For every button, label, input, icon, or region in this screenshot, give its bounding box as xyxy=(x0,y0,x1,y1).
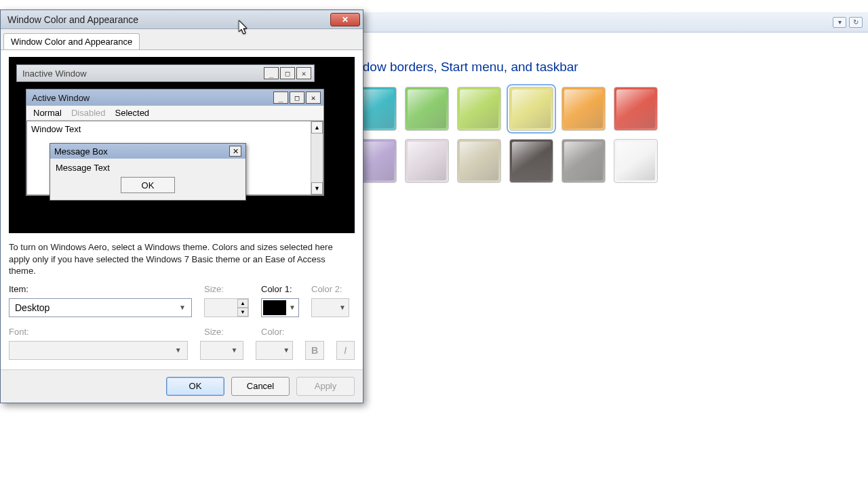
cancel-button[interactable]: Cancel xyxy=(231,377,290,396)
item-label: Item: xyxy=(9,284,192,294)
color1-label: Color 1: xyxy=(261,284,299,294)
description-text: To turn on Windows Aero, select a Window… xyxy=(9,241,355,277)
color1-swatch xyxy=(263,300,286,315)
chevron-down-icon: ▼ xyxy=(281,346,291,354)
message-ok-button: OK xyxy=(121,177,175,193)
maximize-icon: □ xyxy=(280,67,295,79)
message-text: Message Text xyxy=(56,163,240,173)
dropdown-button[interactable]: ▾ xyxy=(833,17,846,28)
close-icon: ✕ xyxy=(296,67,311,79)
color-swatch-5[interactable] xyxy=(614,87,658,131)
menu-disabled: Disabled xyxy=(71,108,106,118)
fontsize-combo: ▼ xyxy=(200,341,244,360)
font-label: Font: xyxy=(9,327,192,337)
preview-menu: Normal Disabled Selected xyxy=(26,106,323,121)
color-swatch-10[interactable] xyxy=(561,139,606,183)
spin-up-icon: ▲ xyxy=(237,299,248,308)
italic-button: I xyxy=(336,341,355,360)
menu-normal: Normal xyxy=(33,108,62,118)
appearance-dialog: Window Color and Appearance ✕ Window Col… xyxy=(0,9,363,403)
item-value: Desktop xyxy=(15,302,50,313)
preview-inactive-window: Inactive Window _ □ ✕ xyxy=(16,64,315,82)
message-box-title: Message Box xyxy=(54,146,108,157)
maximize-icon: □ xyxy=(290,92,304,104)
preview-area: Inactive Window _ □ ✕ Active Window _ □ xyxy=(9,57,355,233)
color2-button: ▼ xyxy=(311,298,349,317)
tab-appearance[interactable]: Window Color and Appearance xyxy=(3,33,140,49)
fontcolor-button: ▼ xyxy=(256,341,293,360)
color-swatch-7[interactable] xyxy=(405,139,449,183)
color-swatch-9[interactable] xyxy=(509,139,553,183)
scroll-down-icon: ▼ xyxy=(311,182,323,195)
chevron-down-icon: ▼ xyxy=(288,304,297,311)
preview-active-window: Active Window _ □ ✕ Normal Disabled Sele… xyxy=(26,89,324,196)
refresh-button[interactable]: ↻ xyxy=(849,17,863,28)
chevron-down-icon: ▼ xyxy=(176,304,189,311)
minimize-icon: _ xyxy=(273,92,288,104)
dialog-titlebar[interactable]: Window Color and Appearance ✕ xyxy=(1,10,363,29)
color-swatch-3[interactable] xyxy=(509,87,553,131)
ok-button[interactable]: OK xyxy=(166,377,224,396)
item-combo[interactable]: Desktop ▼ xyxy=(9,298,192,317)
inactive-window-title: Inactive Window xyxy=(22,68,87,79)
color-swatch-1[interactable] xyxy=(405,87,449,131)
section-heading: indow borders, Start menu, and taskbar xyxy=(353,60,854,75)
window-text: Window Text xyxy=(31,124,81,134)
chevron-down-icon: ▼ xyxy=(172,346,184,354)
chevron-down-icon: ▼ xyxy=(228,346,240,354)
minimize-icon: _ xyxy=(264,67,279,79)
chevron-down-icon: ▼ xyxy=(338,304,347,311)
menu-selected: Selected xyxy=(115,108,150,118)
tab-strip: Window Color and Appearance xyxy=(1,29,363,49)
active-window-title: Active Window xyxy=(32,93,90,103)
color-swatch-4[interactable] xyxy=(561,87,606,131)
color2-label: Color 2: xyxy=(311,284,349,294)
color-swatch-11[interactable] xyxy=(614,139,658,183)
spin-down-icon: ▼ xyxy=(237,308,248,317)
size-spinner: ▲ ▼ xyxy=(204,298,249,317)
scroll-up-icon: ▲ xyxy=(311,121,323,134)
color1-button[interactable]: ▼ xyxy=(261,298,299,317)
preview-message-box: Message Box ✕ Message Text OK xyxy=(50,143,246,201)
color-swatch-8[interactable] xyxy=(457,139,501,183)
fontcolor-label: Color: xyxy=(261,327,299,337)
dialog-title: Window Color and Appearance xyxy=(7,14,138,25)
scrollbar: ▲ ▼ xyxy=(311,121,323,195)
close-button[interactable]: ✕ xyxy=(330,13,360,26)
color-swatch-grid xyxy=(353,87,705,183)
apply-button: Apply xyxy=(296,377,355,396)
color-swatch-2[interactable] xyxy=(457,87,501,131)
font-combo: ▼ xyxy=(9,341,188,360)
close-icon: ✕ xyxy=(229,146,241,157)
bold-button: B xyxy=(305,341,323,360)
color2-swatch xyxy=(313,300,336,315)
dialog-button-row: OK Cancel Apply xyxy=(1,369,363,403)
close-icon: ✕ xyxy=(306,92,321,104)
fontsize-label: Size: xyxy=(204,327,249,337)
size-label: Size: xyxy=(204,284,249,294)
